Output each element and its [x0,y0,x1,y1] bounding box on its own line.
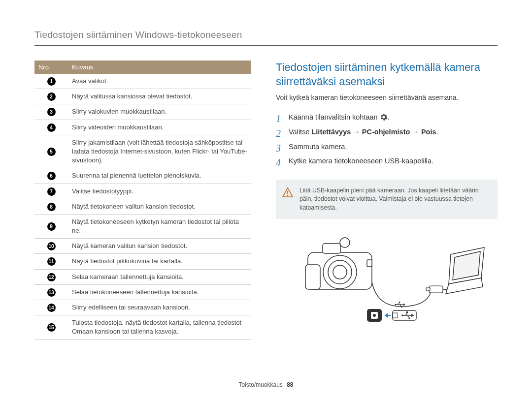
steps-list: Käännä tilanvalitsin kohtaan . Valitse L… [276,110,498,169]
table-row: 2Näytä valitussa kansiossa olevat tiedos… [34,89,251,104]
step-1: Käännä tilanvalitsin kohtaan . [276,110,498,125]
page-footer: Toisto/muokkaus 88 [0,381,532,388]
step2-arrow1: → [351,128,362,136]
row-desc-cell: Avaa valikot. [68,74,251,89]
svg-rect-10 [429,286,443,293]
table-row: 3Siirry valokuvien muokkaustilaan. [34,104,251,120]
number-bullet: 5 [47,148,56,156]
row-number-cell: 15 [34,315,68,339]
row-number-cell: 4 [34,120,68,135]
table-row: 11Näytä tiedostot pikkukuvina tai kartal… [34,254,251,269]
svg-point-8 [333,265,347,279]
number-bullet: 10 [47,242,56,250]
row-desc-cell: Selaa tietokoneeseen tallennettuja kansi… [68,284,251,300]
row-number-cell: 14 [34,300,68,315]
svg-rect-21 [399,302,400,303]
number-bullet: 13 [47,288,56,297]
table-row: 1Avaa valikot. [34,74,251,89]
gear-icon [380,113,388,121]
row-number-cell: 3 [34,104,68,120]
page-header: Tiedostojen siirtäminen Windows-tietokon… [34,30,498,46]
row-number-cell: 11 [34,254,68,269]
row-number-cell: 2 [34,89,68,104]
connection-diagram [276,233,498,328]
table-row: 6Suurenna tai pienennä luettelon pienois… [34,168,251,184]
svg-rect-18 [406,311,408,313]
table-row: 13Selaa tietokoneeseen tallennettuja kan… [34,284,251,300]
row-number-cell: 12 [34,269,68,284]
number-bullet: 11 [47,257,56,266]
svg-point-22 [401,306,402,308]
row-desc-cell: Näytä tietokoneen valitun kansion tiedos… [68,199,251,214]
step2-suffix: . [436,128,438,136]
svg-rect-11 [426,288,430,291]
row-number-cell: 7 [34,184,68,199]
number-bullet: 3 [47,108,56,116]
step-2: Valitse Liitettävyys → PC-ohjelmisto → P… [276,125,498,140]
table-row: 8Näytä tietokoneen valitun kansion tiedo… [34,199,251,214]
step2-b1: Liitettävyys [311,128,351,136]
number-bullet: 1 [47,77,56,86]
col-header-num: Nro [34,61,68,74]
intro-text: Voit kytkeä kameran tietokoneeseen siirr… [276,93,498,101]
row-number-cell: 13 [34,284,68,300]
table-row: 4Siirry videoiden muokkaustilaan. [34,120,251,135]
step2-b2: PC-ohjelmisto [362,128,410,136]
col-header-desc: Kuvaus [68,61,251,74]
row-desc-cell: Siirry jakamistilaan (voit lähettää tied… [68,135,251,168]
number-bullet: 2 [47,93,56,101]
number-bullet: 9 [47,222,56,231]
number-bullet: 7 [47,187,56,196]
step2-prefix: Valitse [289,128,311,136]
table-row: 10Näytä kameran valitun kansion tiedosto… [34,239,251,254]
row-number-cell: 6 [34,168,68,184]
svg-point-1 [287,195,288,196]
step2-arrow2: → [410,128,421,136]
table-row: 14Siirry edelliseen tai seuraavaan kansi… [34,300,251,315]
warning-note: Liitä USB-kaapelin pieni pää kameraan. J… [276,180,498,219]
row-desc-cell: Suurenna tai pienennä luettelon pienoisk… [68,168,251,184]
row-number-cell: 10 [34,239,68,254]
row-number-cell: 5 [34,135,68,168]
step-4: Kytke kamera tietokoneeseen USB-kaapelil… [276,154,498,169]
table-row: 5Siirry jakamistilaan (voit lähettää tie… [34,135,251,168]
row-number-cell: 1 [34,74,68,89]
row-desc-cell: Tulosta tiedostoja, näytä tiedostot kart… [68,315,251,339]
row-number-cell: 9 [34,214,68,238]
number-bullet: 14 [47,304,56,312]
row-desc-cell: Näytä kameran valitun kansion tiedostot. [68,239,251,254]
step-3: Sammuta kamera. [276,140,498,154]
step1-prefix: Käännä tilanvalitsin kohtaan [289,113,380,121]
table-row: 15Tulosta tiedostoja, näytä tiedostot ka… [34,315,251,339]
row-desc-cell: Siirry valokuvien muokkaustilaan. [68,104,251,120]
number-bullet: 15 [47,323,56,332]
index-table: Nro Kuvaus 1Avaa valikot.2Näytä valituss… [34,61,251,340]
row-desc-cell: Siirry videoiden muokkaustilaan. [68,120,251,135]
svg-point-4 [340,238,350,247]
warning-icon [282,186,294,198]
row-desc-cell: Näytä valitussa kansiossa olevat tiedost… [68,89,251,104]
row-desc-cell: Siirry edelliseen tai seuraavaan kansioo… [68,300,251,315]
index-table-column: Nro Kuvaus 1Avaa valikot.2Näytä valituss… [34,61,251,340]
table-row: 12Selaa kameraan tallennettuja kansioita… [34,269,251,284]
section-heading: Tiedostojen siirtäminen kytkemällä kamer… [276,61,498,89]
row-desc-cell: Näytä tiedostot pikkukuvina tai kartalla… [68,254,251,269]
svg-point-19 [408,317,410,319]
note-text: Liitä USB-kaapelin pieni pää kameraan. J… [299,187,479,211]
svg-rect-5 [305,265,320,289]
number-bullet: 6 [47,172,56,180]
number-bullet: 4 [47,123,56,132]
table-row: 7Valitse tiedostotyyppi. [34,184,251,199]
step2-b3: Pois [421,128,436,136]
footer-page-number: 88 [287,381,293,388]
step1-suffix: . [388,113,390,121]
row-desc-cell: Selaa kameraan tallennettuja kansioita. [68,269,251,284]
row-desc-cell: Näytä tietokoneeseen kytketyn kameran ti… [68,214,251,238]
svg-rect-9 [367,260,372,267]
svg-rect-3 [323,244,340,253]
content-column: Tiedostojen siirtäminen kytkemällä kamer… [276,61,498,340]
svg-point-14 [373,314,376,317]
number-bullet: 8 [47,203,56,211]
row-number-cell: 8 [34,199,68,214]
footer-section: Toisto/muokkaus [238,381,282,388]
